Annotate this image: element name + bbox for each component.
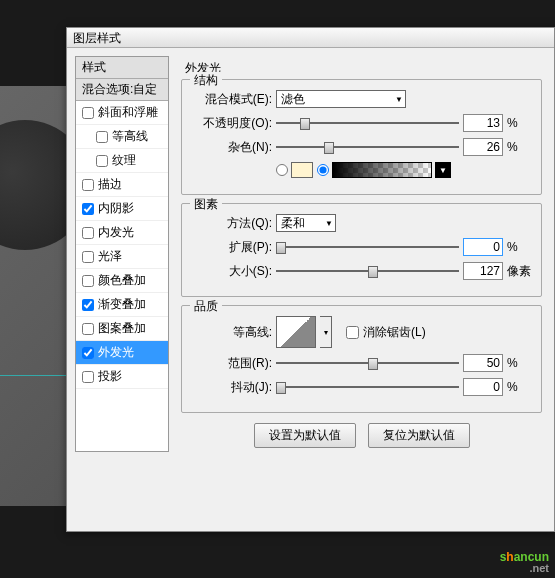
sidebar-item-10[interactable]: 外发光	[76, 341, 168, 365]
chevron-down-icon[interactable]: ▼	[435, 162, 451, 178]
sidebar-item-8[interactable]: 渐变叠加	[76, 293, 168, 317]
sidebar-item-label: 投影	[98, 368, 122, 385]
chevron-down-icon: ▼	[325, 219, 333, 228]
method-value: 柔和	[281, 215, 305, 232]
structure-group: 结构 混合模式(E): 滤色 ▼ 不透明度(O): % 杂色(N):	[181, 79, 542, 195]
style-checkbox[interactable]	[82, 347, 94, 359]
background-guide	[0, 375, 70, 376]
spread-label: 扩展(P):	[192, 239, 272, 256]
quality-group: 品质 等高线: ▾ 消除锯齿(L) 范围(R): % 抖动(J): %	[181, 305, 542, 413]
sidebar-item-5[interactable]: 内发光	[76, 221, 168, 245]
opacity-slider[interactable]	[276, 116, 459, 130]
size-input[interactable]	[463, 262, 503, 280]
sidebar-item-label: 纹理	[112, 152, 136, 169]
style-checkbox[interactable]	[96, 131, 108, 143]
spread-input[interactable]	[463, 238, 503, 256]
set-default-button[interactable]: 设置为默认值	[254, 423, 356, 448]
dialog-title[interactable]: 图层样式	[67, 28, 554, 48]
sidebar-item-11[interactable]: 投影	[76, 365, 168, 389]
style-checkbox[interactable]	[82, 371, 94, 383]
sidebar-item-label: 图案叠加	[98, 320, 146, 337]
sidebar-item-9[interactable]: 图案叠加	[76, 317, 168, 341]
style-list: 样式 混合选项:自定 斜面和浮雕等高线纹理描边内阴影内发光光泽颜色叠加渐变叠加图…	[75, 56, 169, 452]
method-label: 方法(Q):	[192, 215, 272, 232]
noise-slider[interactable]	[276, 140, 459, 154]
sidebar-item-4[interactable]: 内阴影	[76, 197, 168, 221]
range-input[interactable]	[463, 354, 503, 372]
style-checkbox[interactable]	[82, 227, 94, 239]
jitter-input[interactable]	[463, 378, 503, 396]
style-checkbox[interactable]	[82, 107, 94, 119]
sidebar-item-label: 斜面和浮雕	[98, 104, 158, 121]
quality-label: 品质	[190, 298, 222, 315]
style-checkbox[interactable]	[82, 275, 94, 287]
opacity-input[interactable]	[463, 114, 503, 132]
sidebar-item-3[interactable]: 描边	[76, 173, 168, 197]
style-checkbox[interactable]	[82, 323, 94, 335]
contour-label: 等高线:	[192, 324, 272, 341]
blend-mode-label: 混合模式(E):	[192, 91, 272, 108]
contour-picker[interactable]	[276, 316, 316, 348]
range-slider[interactable]	[276, 356, 459, 370]
size-unit: 像素	[507, 263, 531, 280]
method-select[interactable]: 柔和 ▼	[276, 214, 336, 232]
style-checkbox[interactable]	[82, 251, 94, 263]
sidebar-item-6[interactable]: 光泽	[76, 245, 168, 269]
sidebar-item-1[interactable]: 等高线	[76, 125, 168, 149]
sidebar-item-label: 颜色叠加	[98, 272, 146, 289]
sidebar-item-label: 内发光	[98, 224, 134, 241]
reset-default-button[interactable]: 复位为默认值	[368, 423, 470, 448]
color-swatch[interactable]	[291, 162, 313, 178]
gradient-swatch[interactable]	[332, 162, 432, 178]
jitter-slider[interactable]	[276, 380, 459, 394]
noise-unit: %	[507, 140, 531, 154]
sidebar-item-label: 等高线	[112, 128, 148, 145]
chevron-down-icon[interactable]: ▾	[320, 316, 332, 348]
opacity-label: 不透明度(O):	[192, 115, 272, 132]
panel-title: 外发光	[181, 60, 542, 77]
spread-slider[interactable]	[276, 240, 459, 254]
antialias-label: 消除锯齿(L)	[363, 324, 426, 341]
noise-input[interactable]	[463, 138, 503, 156]
sidebar-item-7[interactable]: 颜色叠加	[76, 269, 168, 293]
jitter-unit: %	[507, 380, 531, 394]
style-checkbox[interactable]	[82, 179, 94, 191]
spread-unit: %	[507, 240, 531, 254]
noise-label: 杂色(N):	[192, 139, 272, 156]
sidebar-item-label: 光泽	[98, 248, 122, 265]
style-checkbox[interactable]	[96, 155, 108, 167]
antialias-checkbox[interactable]: 消除锯齿(L)	[346, 324, 426, 341]
sidebar-item-0[interactable]: 斜面和浮雕	[76, 101, 168, 125]
range-label: 范围(R):	[192, 355, 272, 372]
sidebar-header[interactable]: 样式	[76, 57, 168, 79]
style-checkbox[interactable]	[82, 203, 94, 215]
blend-mode-select[interactable]: 滤色 ▼	[276, 90, 406, 108]
gradient-radio[interactable]: ▼	[317, 162, 451, 178]
chevron-down-icon: ▼	[395, 95, 403, 104]
watermark: shancun .net	[500, 545, 549, 574]
style-checkbox[interactable]	[82, 299, 94, 311]
sidebar-item-label: 渐变叠加	[98, 296, 146, 313]
effect-panel: 外发光 结构 混合模式(E): 滤色 ▼ 不透明度(O): %	[177, 56, 546, 452]
element-group: 图素 方法(Q): 柔和 ▼ 扩展(P): % 大小(S):	[181, 203, 542, 297]
structure-label: 结构	[190, 72, 222, 89]
jitter-label: 抖动(J):	[192, 379, 272, 396]
layer-style-dialog: 图层样式 样式 混合选项:自定 斜面和浮雕等高线纹理描边内阴影内发光光泽颜色叠加…	[66, 27, 555, 532]
sidebar-item-label: 外发光	[98, 344, 134, 361]
sidebar-item-label: 内阴影	[98, 200, 134, 217]
element-label: 图素	[190, 196, 222, 213]
sidebar-item-2[interactable]: 纹理	[76, 149, 168, 173]
blend-options-header[interactable]: 混合选项:自定	[76, 79, 168, 101]
color-radio[interactable]	[276, 162, 313, 178]
opacity-unit: %	[507, 116, 531, 130]
size-label: 大小(S):	[192, 263, 272, 280]
size-slider[interactable]	[276, 264, 459, 278]
sidebar-item-label: 描边	[98, 176, 122, 193]
range-unit: %	[507, 356, 531, 370]
blend-mode-value: 滤色	[281, 91, 305, 108]
